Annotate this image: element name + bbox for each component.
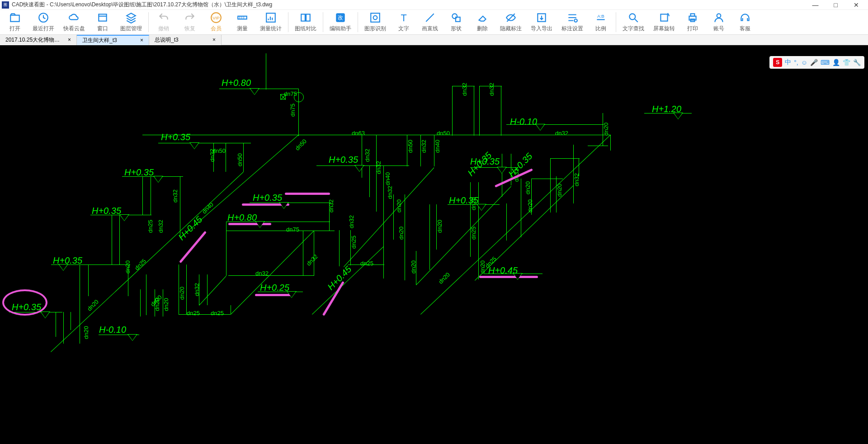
toolbar-window-button[interactable]: 窗口: [90, 11, 116, 33]
toolbar-undo-button[interactable]: 撤销: [151, 11, 177, 33]
toolbar-annset-button[interactable]: 标注设置: [557, 11, 588, 33]
toolbar-io-button[interactable]: 导入导出: [526, 11, 557, 33]
toolbar-mstats-button[interactable]: 测量统计: [255, 11, 286, 33]
svg-point-18: [452, 14, 457, 19]
pipe-line: [479, 86, 480, 136]
tab-close-icon[interactable]: ×: [140, 37, 143, 43]
pipe-size-label: dn20: [603, 123, 609, 136]
tab-0[interactable]: 2017.10.25大化博物…×: [0, 35, 77, 45]
toolbar-cloud-button[interactable]: 快看云盘: [59, 11, 90, 33]
pipe-size-label: dn32: [305, 253, 319, 267]
svg-rect-11: [306, 14, 310, 21]
toolbar-line-button[interactable]: 画直线: [417, 11, 443, 33]
ime-mode[interactable]: 中: [785, 58, 791, 66]
pipe-line: [478, 182, 479, 279]
close-button[interactable]: ✕: [846, 0, 866, 10]
toolbar-open-button[interactable]: 打开: [2, 11, 28, 33]
tab-close-icon[interactable]: ×: [212, 37, 216, 43]
vip-icon: VIP: [210, 12, 222, 25]
pipe-line: [231, 231, 314, 315]
app-icon: 图: [2, 1, 9, 9]
svg-text:VIP: VIP: [212, 15, 220, 20]
layer-icon: [125, 12, 137, 25]
ime-punct-icon[interactable]: °,: [794, 59, 798, 66]
toolbar-account-button[interactable]: 账号: [706, 11, 732, 33]
ime-toolbar[interactable]: S 中 °, ☺ 🎤 ⌨ 👤 👕 🔧: [769, 56, 864, 69]
toolbar-measure-button[interactable]: 测量: [229, 11, 255, 33]
elevation-marker-icon: [120, 215, 129, 221]
pipe-line: [226, 143, 226, 172]
pipe-size-label: dn32: [255, 270, 269, 277]
toolbar-edit-button[interactable]: 改编辑助手: [325, 11, 356, 33]
pipe-size-label: dn32: [348, 215, 355, 228]
toolbar-rotate-button[interactable]: 屏幕旋转: [649, 11, 679, 33]
toolbar-help-button[interactable]: 客服: [732, 11, 758, 33]
pipe-size-label: dn63: [352, 130, 365, 137]
toolbar-vip-button[interactable]: VIP会员: [203, 11, 229, 33]
drawing-canvas[interactable]: H+0.80dn75dn75dn63dn50dn32H+1.20H-0.10dn…: [0, 45, 868, 444]
pipe-line: [146, 274, 146, 315]
user-annotation-highlight: [228, 223, 271, 225]
pipe-size-label: dn32: [461, 83, 468, 96]
toolbar-label: 标注设置: [561, 25, 583, 33]
pipe-line: [501, 86, 501, 136]
pipe-line: [199, 276, 226, 306]
toolbar-recent-button[interactable]: 最近打开: [28, 11, 59, 33]
ime-user-icon[interactable]: 👤: [832, 59, 840, 66]
pipe-size-label: dn32: [209, 149, 216, 162]
pipe-line: [158, 143, 251, 143]
minimize-button[interactable]: —: [805, 0, 826, 10]
ime-skin-icon[interactable]: 👕: [843, 59, 850, 66]
pipe-size-label: dn50: [407, 140, 414, 153]
toolbar-hide-button[interactable]: 隐藏标注: [495, 11, 526, 33]
toolbar-text-button[interactable]: T文字: [391, 11, 417, 33]
tab-1[interactable]: 卫生间大样_t3×: [77, 35, 149, 45]
sogou-icon: S: [773, 58, 782, 67]
erase-icon: [476, 12, 488, 25]
elevation-marker-icon: [355, 165, 364, 172]
svg-rect-1: [99, 14, 106, 21]
pipe-size-label: dn32: [555, 130, 568, 137]
ime-voice-icon[interactable]: 🎤: [810, 59, 818, 66]
toolbar-shape-button[interactable]: 形状: [443, 11, 469, 33]
elevation-marker-icon: [154, 176, 163, 183]
ime-emoji-icon[interactable]: ☺: [801, 59, 807, 66]
tab-2[interactable]: 总说明_t3×: [149, 35, 222, 45]
toolbar-label: 编辑助手: [330, 25, 351, 33]
tab-strip: 2017.10.25大化博物…×卫生间大样_t3×总说明_t3×: [0, 35, 868, 45]
toolbar-redo-button[interactable]: 恢复: [177, 11, 203, 33]
svg-line-26: [635, 19, 638, 22]
pipe-line: [429, 204, 430, 270]
ime-tools-icon[interactable]: 🔧: [853, 59, 861, 66]
pipe-line: [550, 158, 580, 159]
pipe-size-label: dn25: [211, 310, 224, 316]
recent-icon: [38, 12, 49, 25]
pipe-line: [119, 215, 120, 265]
pipe-line: [231, 305, 231, 314]
pipe-line: [452, 86, 453, 136]
elevation-marker-icon: [674, 113, 683, 119]
valve-icon: [294, 92, 304, 102]
measure-icon: [236, 12, 248, 25]
maximize-button[interactable]: □: [826, 0, 846, 10]
toolbar-find-button[interactable]: 文字查找: [618, 11, 649, 33]
ime-keyboard-icon[interactable]: ⌨: [821, 59, 830, 66]
toolbar-scale-button[interactable]: A:B比例: [588, 11, 614, 33]
tab-label: 卫生间大样_t3: [82, 37, 117, 44]
toolbar-label: 恢复: [184, 25, 195, 33]
toolbar-label: 屏幕旋转: [653, 25, 675, 33]
pipe-size-label: dn32: [193, 283, 200, 296]
pipe-line: [226, 231, 335, 231]
toolbar-compare-button[interactable]: 图纸对比: [290, 11, 321, 33]
tab-close-icon[interactable]: ×: [68, 37, 71, 43]
toolbar-erase-button[interactable]: 删除: [469, 11, 495, 33]
toolbar-layer-button[interactable]: 图层管理: [116, 11, 146, 33]
toolbar-print-button[interactable]: 打印: [679, 11, 706, 33]
mstats-icon: [265, 12, 277, 25]
user-annotation-highlight: [285, 193, 330, 195]
pipe-line: [180, 176, 180, 237]
svg-text:改: 改: [338, 14, 343, 21]
toolbar-recog-button[interactable]: 图形识别: [360, 11, 391, 33]
pipe-size-label: dn20: [396, 199, 402, 213]
pipe-size-label: dn32: [364, 149, 371, 162]
